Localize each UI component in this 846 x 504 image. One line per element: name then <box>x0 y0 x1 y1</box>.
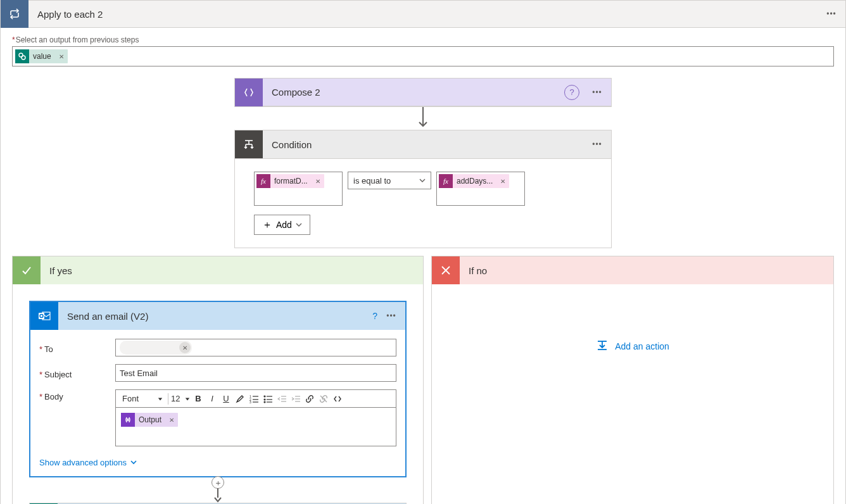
svg-text:3: 3 <box>249 400 251 403</box>
compose-menu[interactable]: ••• <box>583 88 611 97</box>
outdent-button[interactable] <box>275 392 289 406</box>
send-email-header[interactable]: Send an email (V2) ? ••• <box>30 302 405 330</box>
add-step-button[interactable]: ＋ <box>212 476 224 489</box>
token-remove-icon[interactable]: ✕ <box>496 178 509 185</box>
bold-button[interactable]: B <box>191 392 205 406</box>
add-action-icon <box>596 339 609 353</box>
condition-add-button[interactable]: ＋ Add <box>254 215 310 235</box>
link-button[interactable] <box>303 392 317 406</box>
to-label: *To <box>39 342 115 354</box>
token-output[interactable]: Output ✕ <box>121 413 178 427</box>
svg-point-19 <box>264 396 265 397</box>
body-label: *Body <box>39 389 115 401</box>
chevron-down-icon <box>130 458 137 467</box>
svg-marker-12 <box>186 398 189 400</box>
close-icon <box>432 256 460 284</box>
connector-add-step: ＋ <box>29 477 407 503</box>
fx-icon: fx <box>439 174 453 188</box>
condition-operator-select[interactable]: is equal to <box>348 172 431 189</box>
if-yes-header[interactable]: If yes <box>13 256 423 284</box>
token-value[interactable]: value ✕ <box>15 49 68 63</box>
body-editor[interactable]: Output ✕ <box>115 407 396 446</box>
if-no-header[interactable]: If no <box>432 256 833 284</box>
plus-icon: ＋ <box>262 220 272 230</box>
font-select[interactable]: Font <box>118 392 167 406</box>
apply-to-each-menu[interactable]: ••• <box>818 9 845 18</box>
condition-menu[interactable]: ••• <box>583 140 611 149</box>
sharepoint-icon <box>15 49 29 63</box>
svg-point-21 <box>264 399 265 400</box>
send-email-title: Send an email (V2) <box>58 311 372 322</box>
checkmark-icon <box>13 256 41 284</box>
send-email-menu[interactable]: ••• <box>377 312 405 320</box>
loop-icon <box>1 0 28 28</box>
if-yes-title: If yes <box>41 265 72 276</box>
italic-button[interactable]: I <box>205 392 219 406</box>
highlight-button[interactable] <box>233 392 247 406</box>
connector-arrow-icon <box>417 107 429 130</box>
fx-icon: fx <box>256 174 270 188</box>
token-remove-icon[interactable]: ✕ <box>55 53 68 60</box>
condition-header[interactable]: Condition ••• <box>235 130 611 158</box>
chevron-down-icon <box>419 176 426 186</box>
if-no-title: If no <box>460 265 487 276</box>
subject-label: *Subject <box>39 367 115 379</box>
apply-to-each-header[interactable]: Apply to each 2 ••• <box>0 0 846 28</box>
token-formatdate[interactable]: fx formatD... ✕ <box>256 174 324 188</box>
condition-left-operand[interactable]: fx formatD... ✕ <box>254 172 343 206</box>
show-advanced-options[interactable]: Show advanced options <box>30 454 146 476</box>
condition-title: Condition <box>263 139 583 150</box>
bullet-list-button[interactable] <box>261 392 275 406</box>
output-select-field[interactable]: value ✕ <box>12 46 834 66</box>
token-remove-icon[interactable]: ✕ <box>165 417 178 424</box>
numbered-list-button[interactable]: 123 <box>247 392 261 406</box>
if-yes-branch: If yes <box>12 256 424 504</box>
svg-point-23 <box>264 401 265 403</box>
indent-button[interactable] <box>289 392 303 406</box>
unlink-button[interactable] <box>317 392 331 406</box>
add-action-button[interactable]: Add an action <box>448 339 817 353</box>
if-no-branch: If no Add an action <box>431 256 834 504</box>
condition-right-operand[interactable]: fx addDays... ✕ <box>436 172 525 206</box>
chevron-down-icon <box>296 220 302 230</box>
token-adddays[interactable]: fx addDays... ✕ <box>439 174 509 188</box>
code-view-button[interactable] <box>331 392 344 406</box>
compose-icon <box>235 79 263 106</box>
recipient-remove-icon[interactable]: ✕ <box>179 342 191 353</box>
outlook-icon <box>30 302 58 330</box>
svg-point-1 <box>22 56 25 60</box>
underline-button[interactable]: U <box>219 392 233 406</box>
apply-to-each-title: Apply to each 2 <box>28 9 818 20</box>
to-input[interactable]: ✕ <box>115 339 396 356</box>
output-label: *Select an output from previous steps <box>12 35 834 44</box>
condition-card: Condition ••• fx formatD... ✕ <box>234 130 612 248</box>
variable-icon <box>121 413 135 427</box>
compose-title: Compose 2 <box>263 87 564 98</box>
send-email-help-icon[interactable]: ? <box>372 311 377 321</box>
send-email-card: Send an email (V2) ? ••• *To <box>29 301 407 477</box>
condition-icon <box>235 130 263 158</box>
compose-help-icon[interactable]: ? <box>564 85 579 100</box>
compose-card[interactable]: Compose 2 ? ••• <box>234 78 612 107</box>
font-size-select[interactable]: 12 <box>170 392 191 406</box>
svg-marker-11 <box>158 398 162 400</box>
subject-input[interactable]: Test Email <box>115 364 396 382</box>
token-remove-icon[interactable]: ✕ <box>312 178 324 185</box>
rte-toolbar: Font 12 B <box>115 389 396 407</box>
